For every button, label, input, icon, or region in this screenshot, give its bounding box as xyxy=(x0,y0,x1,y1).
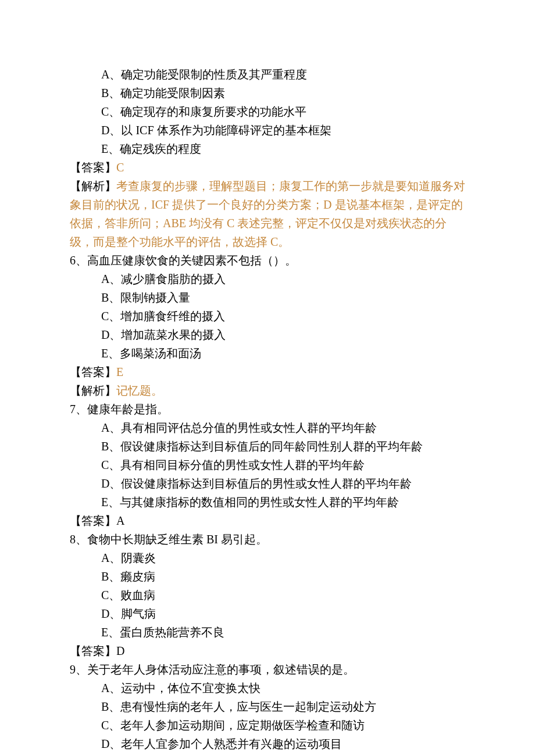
q5-answer-label: 【答案】 xyxy=(70,161,116,174)
q5-explain-text: 考查康复的步骤，理解型题目；康复工作的第一步就是要知道服务对象目前的状况，ICF… xyxy=(70,180,465,248)
q6-option-e: E、多喝菜汤和面汤 xyxy=(70,344,465,363)
q5-option-c: C、确定现存的和康复所要求的功能水平 xyxy=(70,102,465,121)
q5-explain-label: 【解析】 xyxy=(70,180,116,192)
q6-stem: 6、高血压健康饮食的关键因素不包括（）。 xyxy=(70,251,465,270)
q7-option-d: D、假设健康指标达到目标值后的男性或女性人群的平均年龄 xyxy=(70,474,465,493)
q8-stem: 8、食物中长期缺乏维生素 BI 易引起。 xyxy=(70,530,465,549)
q6-option-a: A、减少膳食脂肪的摄入 xyxy=(70,270,465,288)
q8-option-c: C、败血病 xyxy=(70,586,465,604)
q9-option-c: C、老年人参加运动期间，应定期做医学检查和随访 xyxy=(70,716,465,734)
q5-answer: 【答案】C xyxy=(70,158,465,177)
q9-stem: 9、关于老年人身体活动应注意的事项，叙述错误的是。 xyxy=(70,660,465,679)
q7-stem: 7、健康年龄是指。 xyxy=(70,400,465,418)
q9-option-e: E、合并有骨质疏松症的老年人，应鼓励进行高冲击性的活动 xyxy=(70,753,465,756)
q7-option-a: A、具有相同评估总分值的男性或女性人群的平均年龄 xyxy=(70,418,465,437)
q7-answer-label: 【答案】 xyxy=(70,514,116,527)
q9-option-a: A、运动中，体位不宜变换太快 xyxy=(70,679,465,697)
q5-option-e: E、确定残疾的程度 xyxy=(70,139,465,158)
q6-explain-label: 【解析】 xyxy=(70,384,116,397)
q8-option-b: B、癞皮病 xyxy=(70,567,465,586)
q7-option-e: E、与其健康指标的数值相同的男性或女性人群的平均年龄 xyxy=(70,493,465,511)
q8-answer-value: D xyxy=(116,644,124,657)
q6-option-d: D、增加蔬菜水果的摄入 xyxy=(70,325,465,344)
q8-option-e: E、蛋白质热能营养不良 xyxy=(70,623,465,642)
q5-answer-value: C xyxy=(116,161,124,174)
q5-option-b: B、确定功能受限制因素 xyxy=(70,84,465,102)
q6-explain: 【解析】记忆题。 xyxy=(70,381,465,400)
q5-option-a: A、确定功能受限制的性质及其严重程度 xyxy=(70,65,465,84)
q8-option-a: A、阴囊炎 xyxy=(70,549,465,567)
q7-answer-value: A xyxy=(116,514,124,527)
q8-option-d: D、脚气病 xyxy=(70,604,465,623)
q5-explain: 【解析】考查康复的步骤，理解型题目；康复工作的第一步就是要知道服务对象目前的状况… xyxy=(70,177,465,251)
q8-answer-label: 【答案】 xyxy=(70,644,116,657)
q6-explain-text: 记忆题。 xyxy=(116,384,163,397)
q6-answer-label: 【答案】 xyxy=(70,366,116,378)
q6-answer-value: E xyxy=(116,366,123,378)
document-page: A、确定功能受限制的性质及其严重程度 B、确定功能受限制因素 C、确定现存的和康… xyxy=(0,0,535,756)
q9-option-d: D、老年人宜参加个人熟悉并有兴趣的运动项目 xyxy=(70,734,465,753)
q6-option-c: C、增加膳食纤维的摄入 xyxy=(70,307,465,325)
q7-answer: 【答案】A xyxy=(70,511,465,530)
q7-option-b: B、假设健康指标达到目标值后的同年龄同性别人群的平均年龄 xyxy=(70,437,465,456)
q7-option-c: C、具有相同目标分值的男性或女性人群的平均年龄 xyxy=(70,456,465,474)
q5-option-d: D、以 ICF 体系作为功能障碍评定的基本框架 xyxy=(70,121,465,139)
q9-option-b: B、患有慢性病的老年人，应与医生一起制定运动处方 xyxy=(70,697,465,716)
q6-option-b: B、限制钠摄入量 xyxy=(70,288,465,307)
q6-answer: 【答案】E xyxy=(70,363,465,381)
q8-answer: 【答案】D xyxy=(70,642,465,660)
